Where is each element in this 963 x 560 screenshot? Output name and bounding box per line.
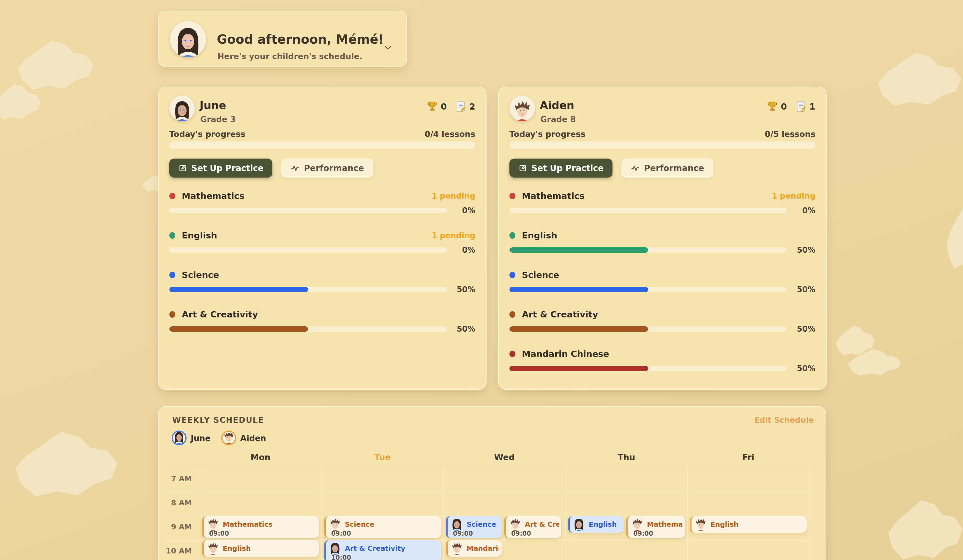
schedule-event[interactable]: English [202, 540, 319, 557]
daily-progress-bar [509, 141, 815, 149]
trophy-icon [766, 100, 778, 113]
event-subject: Science [467, 521, 499, 528]
schedule-event[interactable]: Art & Creativi… 09:00 [504, 516, 561, 538]
subject-row: English 1 pending 0% [169, 230, 475, 270]
schedule-event[interactable]: Mathematics 09:00 [202, 516, 319, 538]
avatar-aiden [207, 542, 219, 555]
grid-line [165, 467, 809, 467]
edit-schedule-link[interactable]: Edit Schedule [754, 416, 814, 425]
trophy-stat: 0 [766, 100, 787, 113]
grid-line [321, 467, 322, 560]
subject-label: Art & Creativity [522, 309, 815, 319]
parent-avatar [170, 21, 206, 57]
set-up-practice-button[interactable]: Set Up Practice [169, 159, 272, 178]
subject-percent: 50% [787, 285, 815, 294]
schedule-event[interactable]: Art & Creativity 10:00 [324, 540, 441, 560]
grid-line [809, 467, 810, 560]
subject-dot [509, 232, 516, 239]
subject-status: 1 pending [772, 191, 815, 201]
legend-chip-aiden[interactable]: Aiden [221, 431, 266, 445]
avatar-aiden [221, 431, 236, 445]
child-card-aiden: Aiden Grade 8 0 1 Today's progress 0/5 l… [498, 87, 827, 390]
time-label-7am: 7 AM [159, 474, 192, 483]
avatar-june [172, 431, 186, 445]
subject-row: Mathematics 1 pending 0% [169, 191, 475, 230]
subject-progress-bar [169, 247, 447, 252]
subject-percent: 50% [787, 246, 815, 254]
child-grade: Grade 8 [540, 115, 576, 124]
chevron-down-icon[interactable] [382, 43, 394, 52]
subject-progress-bar [509, 366, 787, 371]
subject-percent: 50% [447, 285, 475, 294]
pencil-square-icon [518, 163, 527, 173]
event-time: 09:00 [511, 530, 531, 537]
grid-line [199, 467, 200, 560]
event-time: 10:00 [331, 554, 351, 560]
grid-line [165, 539, 809, 539]
event-time: 09:00 [453, 530, 473, 537]
grid-line [687, 467, 688, 560]
subject-status: 1 pending [431, 231, 475, 240]
schedule-event[interactable]: Science 09:00 [446, 516, 502, 538]
subject-row: Mathematics 1 pending 0% [509, 191, 815, 230]
trophy-stat: 0 [426, 100, 447, 113]
event-subject: English [223, 545, 317, 552]
performance-button[interactable]: Performance [281, 159, 373, 178]
schedule-event[interactable]: Science 09:00 [324, 516, 441, 538]
subject-progress-bar [509, 208, 787, 213]
lessons-count: 0/4 lessons [425, 129, 475, 139]
grid-line [565, 467, 566, 560]
subject-dot [509, 272, 516, 278]
subject-dot [169, 272, 175, 278]
cloud-decoration [16, 39, 95, 91]
subject-label: English [182, 230, 431, 241]
legend-chip-june[interactable]: June [172, 431, 211, 445]
subject-percent: 0% [787, 206, 815, 215]
memo-icon [454, 100, 467, 113]
event-subject: English [589, 521, 621, 528]
subject-percent: 0% [447, 246, 475, 254]
child-card-june: June Grade 3 0 2 Today's progress 0/4 le… [158, 87, 486, 390]
subject-dot [169, 311, 175, 318]
event-subject: Art & Creativi… [525, 521, 559, 528]
time-label-10am: 10 AM [159, 547, 192, 555]
cloud-decoration [13, 429, 120, 498]
grid-line [444, 467, 444, 560]
memo-icon [794, 100, 807, 113]
subject-dot [169, 232, 175, 239]
subject-percent: 50% [447, 325, 475, 333]
subject-dot [509, 311, 516, 318]
weekly-schedule-card: WEEKLY SCHEDULE Edit Schedule June Aiden… [158, 406, 826, 560]
subject-dot [509, 351, 516, 357]
schedule-event[interactable]: English [690, 516, 807, 532]
subject-progress-bar [169, 326, 447, 332]
trophy-count: 0 [781, 102, 787, 112]
legend-label: June [191, 434, 211, 443]
schedule-event[interactable]: English [568, 516, 624, 532]
performance-button[interactable]: Performance [621, 159, 713, 178]
avatar-aiden [329, 518, 341, 531]
cloud-decoration [876, 50, 963, 107]
avatar-aiden [631, 518, 644, 531]
pencil-square-icon [178, 163, 187, 173]
lessons-count: 0/5 lessons [765, 129, 815, 139]
subject-dot [169, 193, 175, 199]
subject-row: Mandarin Chinese 50% [509, 349, 815, 388]
avatar-june [169, 95, 195, 121]
grid-line [165, 515, 809, 515]
subject-dot [509, 193, 516, 199]
pulse-icon [291, 163, 300, 173]
set-up-practice-button[interactable]: Set Up Practice [509, 159, 613, 178]
subject-label: Mathematics [522, 191, 772, 201]
event-subject: Science [345, 521, 439, 528]
day-header-wed: Wed [494, 453, 515, 462]
schedule-event[interactable]: Mandarin Chi… [446, 540, 502, 557]
event-subject: Mandarin Chi… [467, 545, 499, 552]
subject-row: Art & Creativity 50% [169, 309, 475, 349]
avatar-june [451, 518, 463, 531]
greeting-card: Good afternoon, Mémé! Here's your childr… [158, 11, 407, 67]
schedule-event[interactable]: Mathematics 09:00 [626, 516, 685, 538]
schedule-grid: Mon Tue Wed Thu Fri 7 AM 8 AM 9 AM 10 AM… [159, 467, 827, 560]
subject-progress-bar [169, 208, 447, 213]
practice-count: 2 [469, 102, 475, 112]
